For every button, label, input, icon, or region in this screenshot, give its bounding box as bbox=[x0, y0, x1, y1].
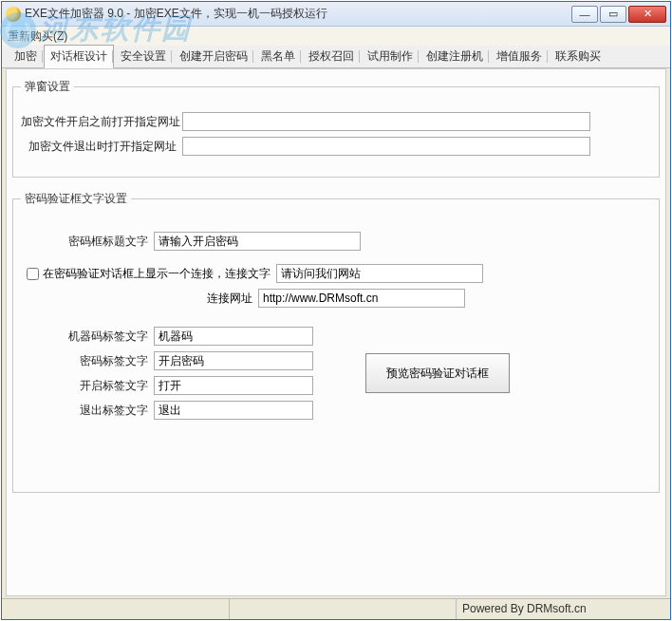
status-bar: Powered By DRMsoft.cn bbox=[2, 598, 670, 619]
tab-value-add[interactable]: 增值服务 bbox=[490, 45, 549, 67]
machine-label: 机器码标签文字 bbox=[45, 329, 154, 345]
pw-title-label: 密码框标题文字 bbox=[45, 234, 154, 250]
tab-security[interactable]: 安全设置 bbox=[114, 45, 173, 67]
window-title: EXE文件加密器 9.0 - 加密EXE文件，实现一机一码授权运行 bbox=[25, 6, 571, 22]
maximize-button[interactable]: ▭ bbox=[600, 6, 626, 23]
popup-settings-group: 弹窗设置 加密文件开启之前打开指定网址 加密文件退出时打开指定网址 bbox=[12, 79, 660, 178]
popup-exit-label: 加密文件退出时打开指定网址 bbox=[21, 139, 182, 155]
password-box-group: 密码验证框文字设置 密码框标题文字 在密码验证对话框上显示一个连接，连接文字 连… bbox=[12, 191, 660, 493]
popup-before-label: 加密文件开启之前打开指定网址 bbox=[21, 114, 182, 130]
show-link-checkbox[interactable] bbox=[27, 268, 39, 280]
pw-title-input[interactable] bbox=[154, 232, 361, 251]
link-url-label: 连接网址 bbox=[27, 291, 258, 307]
pw-label: 密码标签文字 bbox=[45, 353, 154, 369]
tab-create-open-pw[interactable]: 创建开启密码 bbox=[173, 45, 254, 67]
client-area: 弹窗设置 加密文件开启之前打开指定网址 加密文件退出时打开指定网址 密码验证框文… bbox=[6, 68, 666, 596]
machine-input[interactable] bbox=[154, 327, 313, 346]
menu-repurchase[interactable]: 重新购买(Z) bbox=[8, 28, 67, 45]
menubar: 重新购买(Z) bbox=[2, 27, 670, 46]
tab-create-reg[interactable]: 创建注册机 bbox=[420, 45, 490, 67]
open-label: 开启标签文字 bbox=[45, 378, 154, 394]
status-text: Powered By DRMsoft.cn bbox=[457, 599, 670, 619]
popup-before-input[interactable] bbox=[182, 112, 590, 131]
open-input[interactable] bbox=[154, 376, 313, 395]
show-link-label: 在密码验证对话框上显示一个连接，连接文字 bbox=[43, 266, 271, 282]
tab-bar: 加密 对话框设计 安全设置 创建开启密码 黑名单 授权召回 试用制作 创建注册机… bbox=[2, 46, 670, 68]
app-icon bbox=[6, 7, 21, 22]
link-url-input[interactable] bbox=[258, 289, 465, 308]
tab-blacklist[interactable]: 黑名单 bbox=[254, 45, 302, 67]
tab-encrypt[interactable]: 加密 bbox=[8, 45, 44, 67]
tab-trial[interactable]: 试用制作 bbox=[361, 45, 420, 67]
tab-dialog-design[interactable]: 对话框设计 bbox=[44, 45, 114, 68]
link-text-input[interactable] bbox=[276, 264, 483, 283]
minimize-button[interactable]: — bbox=[571, 6, 598, 23]
tab-contact-buy[interactable]: 联系购买 bbox=[549, 45, 607, 67]
popup-legend: 弹窗设置 bbox=[21, 79, 74, 95]
tab-recall-auth[interactable]: 授权召回 bbox=[302, 45, 361, 67]
pw-input[interactable] bbox=[154, 351, 313, 370]
preview-button[interactable]: 预览密码验证对话框 bbox=[365, 353, 510, 393]
titlebar: EXE文件加密器 9.0 - 加密EXE文件，实现一机一码授权运行 — ▭ ✕ bbox=[2, 2, 670, 27]
exit-input[interactable] bbox=[154, 401, 313, 420]
popup-exit-input[interactable] bbox=[182, 137, 590, 156]
password-box-legend: 密码验证框文字设置 bbox=[21, 191, 131, 207]
close-button[interactable]: ✕ bbox=[628, 6, 666, 23]
exit-label: 退出标签文字 bbox=[45, 403, 154, 419]
